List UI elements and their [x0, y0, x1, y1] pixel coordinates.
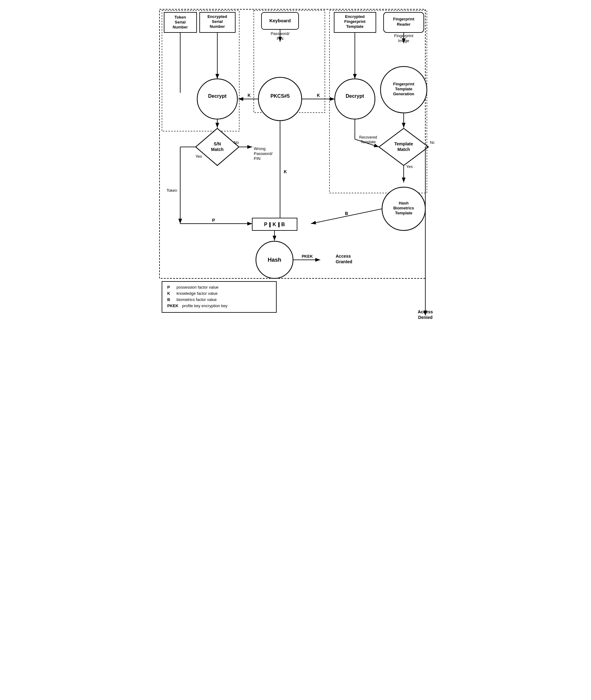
keyboard-label: Keyboard	[269, 18, 290, 23]
decrypt-right-label: Decrypt	[345, 94, 364, 99]
pkek-label: PKEK	[302, 254, 313, 258]
fp-gen-label: Fingerprint	[393, 82, 414, 86]
no-sn-label: No	[234, 140, 239, 145]
svg-text:PIN: PIN	[254, 156, 261, 161]
no-tm-label: No	[430, 140, 435, 145]
legend-k: K	[167, 291, 170, 296]
legend-p-text: possession factor value	[177, 285, 218, 290]
svg-text:Fingerprint: Fingerprint	[344, 19, 366, 24]
k-label-down: K	[284, 169, 287, 174]
access-granted-label: Access	[336, 254, 351, 258]
b-label: B	[345, 211, 348, 216]
hash-label: Hash	[268, 257, 281, 263]
legend-pkek: PKEK	[167, 303, 179, 308]
svg-text:Template: Template	[394, 141, 413, 146]
svg-text:Password/: Password/	[254, 151, 273, 156]
yes-tm-label: Yes	[406, 164, 413, 169]
svg-text:Biometrics: Biometrics	[393, 206, 414, 210]
legend-b-text: biometrics factor value	[177, 297, 217, 302]
yes-sn-label: Yes	[195, 154, 202, 159]
legend-b: B	[167, 297, 170, 302]
encrypted-serial-label: Encrypted	[207, 14, 227, 19]
access-denied-label: Access	[417, 309, 433, 314]
p-label: P	[212, 218, 215, 223]
recovered-template-label: Recovered	[359, 135, 377, 139]
legend-p: P	[167, 285, 170, 290]
wrong-password-label: Wrong	[254, 146, 266, 151]
enc-fp-template-label: Encrypted	[345, 14, 365, 19]
svg-text:Serial: Serial	[175, 20, 186, 24]
p-k-b-label: P ‖ K ‖ B	[264, 222, 285, 227]
svg-text:Template: Template	[346, 24, 364, 29]
svg-text:S/N: S/N	[214, 141, 221, 146]
svg-text:Reader: Reader	[397, 22, 410, 26]
token-label: Token	[167, 188, 178, 193]
k-label-right: K	[317, 93, 320, 98]
hash-bio-label: Hash	[399, 201, 409, 206]
svg-text:Denied: Denied	[418, 315, 433, 320]
svg-text:Generation: Generation	[393, 92, 414, 96]
svg-point-27	[335, 79, 375, 119]
legend-pkek-text: profile key encryption key	[182, 303, 227, 308]
svg-text:Number: Number	[210, 24, 225, 29]
k-label-left: K	[248, 93, 251, 98]
fp-reader-label: Fingerprint	[393, 17, 414, 21]
svg-text:Granted: Granted	[336, 259, 352, 264]
svg-point-26	[258, 77, 302, 121]
svg-text:Number: Number	[173, 25, 188, 30]
legend-k-text: knowledge factor value	[177, 291, 218, 296]
svg-text:Template: Template	[361, 140, 376, 144]
svg-text:Match: Match	[397, 147, 410, 152]
svg-text:Template: Template	[395, 86, 412, 91]
svg-text:Serial: Serial	[212, 19, 222, 24]
svg-text:Match: Match	[211, 147, 223, 152]
svg-point-25	[197, 79, 238, 119]
diagram-container: Token Serial Number Encrypted Serial Num…	[156, 6, 435, 334]
svg-text:Template: Template	[395, 211, 412, 215]
decrypt-left-label: Decrypt	[208, 94, 226, 99]
pkcs5-label: PKCS#5	[270, 94, 289, 99]
token-serial-label: Token	[174, 15, 186, 19]
